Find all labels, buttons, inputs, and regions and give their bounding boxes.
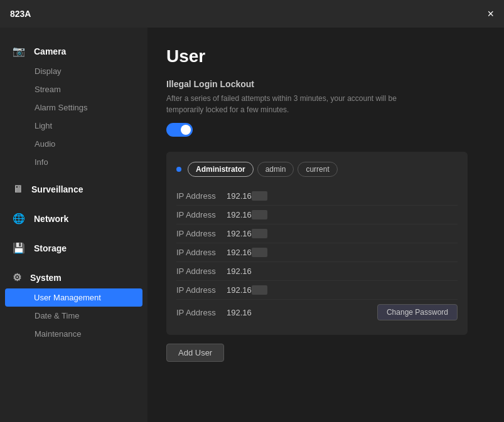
sidebar-section-storage: 💾 Storage bbox=[0, 237, 147, 259]
sidebar-storage-label: Storage bbox=[34, 243, 67, 253]
sidebar-surveillance-label: Surveillance bbox=[31, 184, 83, 194]
ip-blurred-3 bbox=[252, 229, 267, 238]
sidebar-system-label: System bbox=[30, 273, 62, 283]
ip-blurred-2 bbox=[252, 210, 267, 219]
toggle-slider bbox=[166, 123, 193, 137]
page-title: User bbox=[166, 46, 485, 66]
sidebar-section-system: ⚙ System User Management Date & Time Mai… bbox=[0, 266, 147, 343]
tab-administrator[interactable]: Administrator bbox=[188, 162, 254, 177]
sidebar-sub-light[interactable]: Light bbox=[0, 117, 147, 135]
lockout-toggle[interactable] bbox=[166, 123, 193, 137]
ip-value-4: 192.16 bbox=[227, 248, 458, 257]
tab-row: Administrator admin current bbox=[176, 162, 458, 177]
ip-value-2: 192.16 bbox=[227, 210, 458, 219]
storage-icon: 💾 bbox=[13, 242, 25, 254]
tab-admin[interactable]: admin bbox=[257, 162, 294, 177]
ip-row-2: IP Address 192.16 bbox=[176, 206, 458, 224]
ip-row-4: IP Address 192.16 bbox=[176, 243, 458, 262]
lockout-title: Illegal Login Lockout bbox=[166, 79, 485, 89]
camera-icon: 📷 bbox=[13, 45, 25, 57]
app-body: 📷 Camera Display Stream Alarm Settings L… bbox=[0, 28, 504, 422]
sidebar-item-network[interactable]: 🌐 Network bbox=[0, 208, 147, 229]
gear-icon: ⚙ bbox=[13, 272, 21, 283]
sidebar-network-label: Network bbox=[34, 214, 68, 224]
sidebar-item-system[interactable]: ⚙ System bbox=[0, 266, 147, 288]
ip-label-6: IP Address bbox=[176, 285, 227, 295]
ip-row-3: IP Address 192.16 bbox=[176, 224, 458, 243]
sidebar-camera-label: Camera bbox=[34, 46, 66, 56]
ip-value-1: 192.16 bbox=[227, 191, 458, 201]
sidebar-sub-date-time[interactable]: Date & Time bbox=[0, 307, 147, 325]
title-bar: 823A × bbox=[0, 0, 504, 28]
ip-label-1: IP Address bbox=[176, 191, 227, 201]
sidebar: 📷 Camera Display Stream Alarm Settings L… bbox=[0, 28, 147, 422]
network-icon: 🌐 bbox=[13, 213, 25, 224]
ip-label-7: IP Address bbox=[176, 308, 227, 317]
user-card: Administrator admin current IP Address 1… bbox=[166, 152, 468, 335]
ip-row-7: IP Address 192.16 Change Password bbox=[176, 300, 458, 325]
sidebar-sub-display[interactable]: Display bbox=[0, 62, 147, 80]
ip-label-3: IP Address bbox=[176, 229, 227, 238]
sidebar-item-camera[interactable]: 📷 Camera bbox=[0, 40, 147, 62]
ip-value-6: 192.16 bbox=[227, 285, 458, 295]
ip-blurred-4 bbox=[252, 248, 267, 257]
ip-value-3: 192.16 bbox=[227, 229, 458, 238]
add-user-button[interactable]: Add User bbox=[166, 344, 224, 362]
sidebar-item-surveillance[interactable]: 🖥 Surveillance bbox=[0, 179, 147, 200]
ip-value-7: 192.16 bbox=[227, 308, 377, 317]
lockout-toggle-wrap bbox=[166, 123, 485, 139]
close-button[interactable]: × bbox=[487, 8, 494, 19]
lockout-desc: After a series of failed attempts within… bbox=[166, 93, 430, 115]
sidebar-sub-user-management[interactable]: User Management bbox=[5, 288, 142, 307]
ip-row-5: IP Address 192.16 bbox=[176, 262, 458, 281]
main-content: User Illegal Login Lockout After a serie… bbox=[147, 28, 504, 422]
sidebar-sub-alarm-settings[interactable]: Alarm Settings bbox=[0, 98, 147, 117]
sidebar-sub-info[interactable]: Info bbox=[0, 153, 147, 171]
ip-value-5: 192.16 bbox=[227, 266, 458, 276]
app-title: 823A bbox=[10, 9, 31, 19]
tab-current[interactable]: current bbox=[298, 162, 337, 177]
ip-blurred-1 bbox=[252, 191, 267, 201]
ip-row-1: IP Address 192.16 bbox=[176, 187, 458, 206]
ip-blurred-6 bbox=[252, 285, 267, 295]
sidebar-section-network: 🌐 Network bbox=[0, 208, 147, 229]
sidebar-item-storage[interactable]: 💾 Storage bbox=[0, 237, 147, 259]
sidebar-sub-stream[interactable]: Stream bbox=[0, 80, 147, 98]
surveillance-icon: 🖥 bbox=[13, 184, 23, 195]
sidebar-section-surveillance: 🖥 Surveillance bbox=[0, 179, 147, 200]
sidebar-sub-audio[interactable]: Audio bbox=[0, 135, 147, 153]
sidebar-section-camera: 📷 Camera Display Stream Alarm Settings L… bbox=[0, 40, 147, 171]
ip-label-2: IP Address bbox=[176, 210, 227, 219]
sidebar-sub-maintenance[interactable]: Maintenance bbox=[0, 325, 147, 343]
change-password-button[interactable]: Change Password bbox=[377, 304, 458, 320]
ip-label-4: IP Address bbox=[176, 248, 227, 257]
ip-label-5: IP Address bbox=[176, 266, 227, 276]
ip-row-6: IP Address 192.16 bbox=[176, 281, 458, 300]
active-dot bbox=[176, 167, 181, 172]
